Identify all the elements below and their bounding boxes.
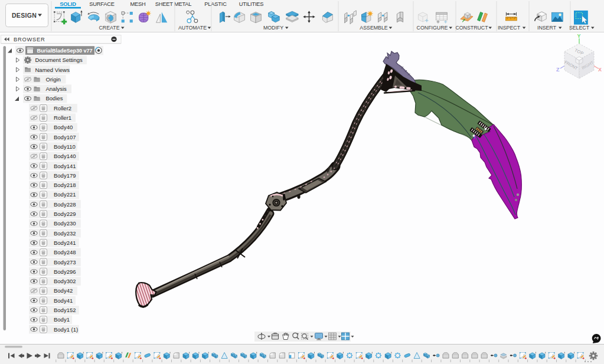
svg-text:DESIGN: DESIGN	[12, 12, 37, 19]
svg-text:Body230: Body230	[54, 220, 76, 227]
svg-text:MODIFY: MODIFY	[263, 25, 283, 31]
svg-text:CONFIGURE: CONFIGURE	[417, 25, 448, 31]
svg-text:Body229: Body229	[54, 211, 76, 217]
svg-text:Body248: Body248	[54, 249, 76, 255]
svg-text:Body40: Body40	[54, 124, 73, 130]
svg-text:Analysis: Analysis	[46, 86, 67, 92]
svg-text:Body152: Body152	[54, 307, 76, 313]
svg-text:Document Settings: Document Settings	[35, 57, 83, 63]
svg-text:Origin: Origin	[46, 76, 61, 83]
svg-text:Body42: Body42	[54, 287, 73, 294]
svg-text:Body296: Body296	[54, 268, 76, 275]
svg-text:BROWSER: BROWSER	[14, 37, 45, 42]
svg-text:PLASTIC: PLASTIC	[204, 1, 227, 7]
svg-text:Body218: Body218	[54, 182, 76, 188]
svg-text:BurialBladeSep30 v77: BurialBladeSep30 v77	[37, 48, 93, 54]
svg-text:CONSTRUCT: CONSTRUCT	[455, 25, 488, 31]
svg-text:Body241: Body241	[54, 240, 76, 246]
svg-text:Body140: Body140	[54, 153, 76, 159]
svg-text:INSERT: INSERT	[537, 25, 557, 31]
svg-text:Body221: Body221	[54, 191, 76, 198]
svg-text:Body302: Body302	[54, 278, 76, 284]
svg-text:ASSEMBLE: ASSEMBLE	[360, 25, 388, 31]
svg-text:SELECT: SELECT	[569, 25, 590, 31]
svg-text:Body179: Body179	[54, 172, 76, 179]
svg-text:Body232: Body232	[54, 230, 76, 237]
svg-text:Roller2: Roller2	[54, 105, 71, 112]
svg-text:MESH: MESH	[130, 1, 145, 7]
svg-text:AUTOMATE: AUTOMATE	[178, 25, 207, 31]
svg-text:Body110: Body110	[54, 143, 76, 150]
svg-text:Body273: Body273	[54, 259, 76, 265]
svg-text:Body107: Body107	[54, 134, 76, 140]
svg-text:SHEET METAL: SHEET METAL	[155, 1, 192, 7]
svg-text:X: X	[598, 67, 602, 73]
svg-text:INSPECT: INSPECT	[498, 25, 521, 31]
svg-text:Z: Z	[556, 67, 560, 73]
svg-text:Roller1: Roller1	[54, 114, 71, 121]
svg-text:SOLID: SOLID	[60, 1, 76, 7]
svg-text:CREATE: CREATE	[99, 25, 119, 31]
svg-text:Body141: Body141	[54, 163, 76, 169]
svg-text:Named Views: Named Views	[35, 67, 70, 73]
svg-text:Body228: Body228	[54, 201, 76, 208]
svg-text:SURFACE: SURFACE	[89, 1, 115, 7]
svg-text:Body1: Body1	[54, 316, 70, 323]
svg-text:Body41: Body41	[54, 297, 73, 304]
svg-text:UTILITIES: UTILITIES	[239, 1, 264, 7]
svg-text:Y: Y	[577, 33, 581, 39]
svg-text:Bodies: Bodies	[46, 95, 63, 101]
svg-text:Body1 (1): Body1 (1)	[54, 326, 78, 333]
